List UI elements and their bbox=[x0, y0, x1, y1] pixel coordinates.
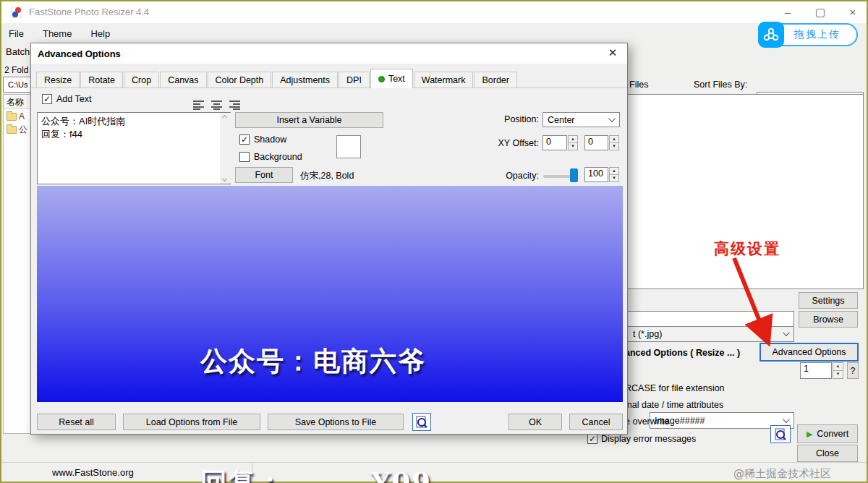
textarea-scrollbar[interactable] bbox=[220, 113, 231, 184]
x-offset-input[interactable]: 0 bbox=[542, 135, 567, 150]
site-watermark: @稀土掘金技术社区 bbox=[733, 467, 831, 481]
load-options-button[interactable]: Load Options from File bbox=[123, 414, 260, 430]
folder-tree[interactable]: 名称 A 公 bbox=[3, 94, 32, 434]
scroll-down-icon[interactable] bbox=[222, 176, 227, 181]
tab-adjustments[interactable]: Adjustments bbox=[272, 72, 338, 88]
opacity-label: Opacity: bbox=[487, 171, 539, 181]
name-column-header[interactable]: 名称 bbox=[4, 95, 31, 109]
xy-offset-label: XY Offset: bbox=[487, 138, 539, 148]
font-button[interactable]: Font bbox=[235, 167, 293, 183]
play-icon: ▶ bbox=[807, 429, 812, 439]
menu-bar: File Theme Help bbox=[1, 23, 867, 43]
advanced-options-dialog: Advanced Options ✕ Resize Rotate Crop Ca… bbox=[30, 43, 628, 435]
insert-variable-button[interactable]: Insert a Variable bbox=[235, 112, 383, 128]
counter-start-input[interactable]: 1 bbox=[800, 362, 832, 379]
tab-dpi[interactable]: DPI bbox=[339, 72, 370, 88]
folder-icon bbox=[7, 126, 17, 134]
opacity-input[interactable]: 100 bbox=[584, 167, 608, 182]
shadow-checkbox[interactable]: ✓ bbox=[239, 134, 250, 145]
netdisk-icon[interactable] bbox=[758, 22, 784, 48]
close-icon[interactable]: × bbox=[842, 4, 864, 20]
app-icon bbox=[11, 7, 22, 18]
menu-help[interactable]: Help bbox=[90, 28, 110, 39]
position-label: Position: bbox=[487, 114, 539, 124]
minimize-icon[interactable]: – bbox=[777, 4, 799, 20]
add-text-checkbox[interactable]: ✓ bbox=[42, 94, 52, 104]
tab-rotate[interactable]: Rotate bbox=[80, 72, 123, 88]
drag-upload-label[interactable]: 拖拽上传 bbox=[771, 23, 858, 46]
chevron-down-icon bbox=[783, 329, 790, 336]
text-preview-canvas: 公众号：电商六爷 回复： Y09 bbox=[37, 186, 623, 402]
align-center-icon[interactable] bbox=[210, 100, 223, 110]
dialog-tab-strip: Resize Rotate Crop Canvas Color Depth Ad… bbox=[36, 69, 518, 88]
position-dropdown[interactable]: Center bbox=[542, 112, 620, 127]
cancel-button[interactable]: Cancel bbox=[569, 414, 623, 430]
option-line-datetime: inal date / time attributes bbox=[625, 400, 723, 410]
folder-count-label: 2 Fold bbox=[4, 65, 28, 75]
convert-button[interactable]: ▶ Convert bbox=[797, 424, 858, 443]
display-errors-checkbox[interactable]: ✓ bbox=[587, 434, 597, 444]
rename-help-button[interactable]: ? bbox=[847, 362, 859, 379]
text-color-swatch[interactable] bbox=[336, 135, 361, 158]
display-errors-option[interactable]: ✓ Display error messages bbox=[587, 434, 696, 444]
tab-color-depth[interactable]: Color Depth bbox=[208, 72, 272, 88]
scroll-up-icon[interactable] bbox=[222, 115, 227, 120]
maximize-icon[interactable]: ▢ bbox=[809, 4, 831, 20]
preview-magnifier-icon bbox=[416, 416, 427, 429]
menu-theme[interactable]: Theme bbox=[43, 28, 72, 39]
background-option[interactable]: Background bbox=[239, 152, 302, 162]
tree-item[interactable]: A bbox=[4, 109, 31, 121]
text-input-area[interactable]: 公众号：AI时代指南 回复：f44 bbox=[37, 112, 231, 184]
dialog-preview-button[interactable] bbox=[412, 413, 431, 431]
font-description: 仿宋,28, Bold bbox=[300, 170, 354, 182]
shadow-option[interactable]: ✓ Shadow bbox=[239, 134, 286, 145]
app-window: FastStone Photo Resizer 4.4 – ▢ × File T… bbox=[0, 0, 868, 483]
dialog-title-bar: Advanced Options ✕ bbox=[31, 43, 627, 64]
x-offset-stepper[interactable]: ▲▼ bbox=[568, 135, 578, 150]
option-line-uppercase: RCASE for file extension bbox=[625, 383, 725, 393]
background-checkbox[interactable] bbox=[239, 152, 250, 162]
add-text-option[interactable]: ✓ Add Text bbox=[42, 94, 91, 104]
preview-watermark-text: 公众号：电商六爷 回复： Y09 bbox=[200, 260, 432, 483]
preview-button[interactable] bbox=[770, 425, 791, 443]
y-offset-input[interactable]: 0 bbox=[584, 135, 608, 150]
menu-file[interactable]: File bbox=[9, 28, 24, 39]
ok-button[interactable]: OK bbox=[509, 414, 562, 430]
active-tab-dot-icon bbox=[378, 76, 385, 82]
tab-text[interactable]: Text bbox=[370, 69, 413, 88]
reset-all-button[interactable]: Reset all bbox=[37, 414, 116, 430]
drag-upload-overlay[interactable]: 拖拽上传 bbox=[758, 22, 858, 48]
chevron-down-icon bbox=[608, 115, 616, 122]
align-left-icon[interactable] bbox=[192, 100, 205, 110]
text-alignment-group bbox=[192, 100, 241, 110]
dialog-title: Advanced Options bbox=[38, 48, 121, 59]
sort-files-label: Sort Files By: bbox=[694, 80, 747, 90]
save-options-button[interactable]: Save Options to File bbox=[268, 414, 404, 430]
red-arrow bbox=[714, 256, 783, 346]
settings-button[interactable]: Settings bbox=[799, 292, 858, 309]
files-label: Files bbox=[629, 80, 648, 90]
browse-button[interactable]: Browse bbox=[799, 311, 858, 328]
chevron-down-icon bbox=[783, 416, 790, 423]
tab-divider bbox=[31, 87, 627, 88]
dialog-close-icon[interactable]: ✕ bbox=[598, 43, 627, 62]
title-bar: FastStone Photo Resizer 4.4 – ▢ × bbox=[1, 1, 867, 23]
folder-icon bbox=[7, 113, 17, 121]
counter-stepper[interactable]: ▲▼ bbox=[833, 362, 843, 379]
tab-canvas[interactable]: Canvas bbox=[160, 72, 206, 88]
window-title: FastStone Photo Resizer 4.4 bbox=[29, 7, 149, 17]
preview-magnifier-icon bbox=[775, 428, 786, 441]
tab-crop[interactable]: Crop bbox=[124, 72, 159, 88]
tab-resize[interactable]: Resize bbox=[36, 72, 80, 88]
align-right-icon[interactable] bbox=[229, 100, 241, 110]
tree-item[interactable]: 公 bbox=[4, 121, 31, 136]
opacity-slider-handle[interactable] bbox=[570, 168, 578, 182]
folder-path-dropdown[interactable]: C:\Us bbox=[3, 77, 32, 93]
y-offset-stepper[interactable]: ▲▼ bbox=[609, 135, 619, 150]
tab-border[interactable]: Border bbox=[474, 72, 517, 88]
close-button[interactable]: Close bbox=[797, 445, 858, 462]
use-advanced-options-label: anced Options ( Resize ... ) bbox=[625, 348, 740, 358]
option-line-overwrite: e overwrite bbox=[625, 416, 669, 427]
tab-watermark[interactable]: Watermark bbox=[414, 72, 474, 88]
opacity-stepper[interactable]: ▲▼ bbox=[609, 167, 619, 182]
